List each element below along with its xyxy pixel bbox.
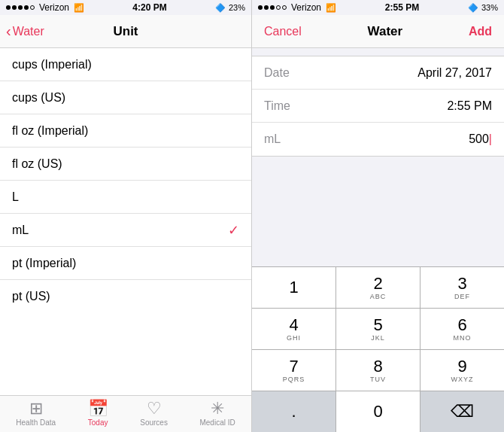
tab-sources[interactable]: ♡ Sources xyxy=(140,400,168,427)
tab-sources-label: Sources xyxy=(140,418,168,427)
key-letters-label: JKL xyxy=(371,334,385,342)
date-value: April 27, 2017 xyxy=(324,66,492,80)
tab-bar: ⊞ Health Data 📅 Today ♡ Sources ✳ Medica… xyxy=(0,395,251,432)
tab-today[interactable]: 📅 Today xyxy=(88,400,108,427)
left-panel: Verizon 📶 4:20 PM 🔷 23% ‹ Water Unit cup… xyxy=(0,0,252,432)
tab-health-data-label: Health Data xyxy=(16,418,56,427)
cancel-button[interactable]: Cancel xyxy=(264,25,302,38)
unit-name: fl oz (Imperial) xyxy=(12,124,88,138)
keypad-row: .0⌫ xyxy=(252,391,504,432)
tab-health-data[interactable]: ⊞ Health Data xyxy=(16,400,56,427)
key-number-label: 1 xyxy=(289,279,298,296)
list-item[interactable]: pt (US) xyxy=(0,280,251,313)
unit-name: cups (US) xyxy=(12,91,65,105)
delete-key[interactable]: ⌫ xyxy=(421,391,504,432)
right-nav-bar: Cancel Water Add xyxy=(252,15,504,48)
right-page-title: Water xyxy=(368,24,403,39)
keypad-area: 12ABC3DEF4GHI5JKL6MNO7PQRS8TUV9WXYZ.0⌫ xyxy=(252,157,504,432)
key-.[interactable]: . xyxy=(252,391,336,432)
key-9[interactable]: 9WXYZ xyxy=(421,350,504,391)
unit-value-text: 500 xyxy=(469,132,489,145)
right-panel: Verizon 📶 2:55 PM 🔷 33% Cancel Water Add… xyxy=(252,0,504,432)
add-button[interactable]: Add xyxy=(469,25,492,38)
date-label: Date xyxy=(264,66,324,80)
right-time: 2:55 PM xyxy=(385,2,419,13)
key-number-label: 7 xyxy=(289,358,298,375)
key-number-label: 8 xyxy=(373,358,382,375)
key-number-label: 9 xyxy=(457,358,466,375)
key-number-label: . xyxy=(291,403,296,420)
right-wifi-icon: 📶 xyxy=(326,3,336,13)
keypad-row: 7PQRS8TUV9WXYZ xyxy=(252,350,504,391)
key-3[interactable]: 3DEF xyxy=(421,267,504,308)
key-6[interactable]: 6MNO xyxy=(421,309,504,349)
key-1[interactable]: 1 xyxy=(252,267,336,308)
bluetooth-icon: 🔷 xyxy=(215,3,226,13)
right-carrier-label: Verizon xyxy=(291,2,321,13)
key-4[interactable]: 4GHI xyxy=(252,309,336,349)
key-8[interactable]: 8TUV xyxy=(336,350,421,391)
keypad-row: 12ABC3DEF xyxy=(252,267,504,309)
key-letters-label: ABC xyxy=(370,293,387,300)
battery-label: 23% xyxy=(229,3,245,12)
unit-name: fl oz (US) xyxy=(12,157,62,171)
tab-medical-id[interactable]: ✳ Medical ID xyxy=(199,400,235,427)
key-number-label: 5 xyxy=(373,317,382,333)
list-item[interactable]: cups (Imperial) xyxy=(0,48,251,81)
key-letters-label: DEF xyxy=(454,293,470,300)
time-value: 2:55 PM xyxy=(324,99,492,113)
tab-today-label: Today xyxy=(88,418,108,427)
left-time: 4:20 PM xyxy=(132,2,166,13)
key-number-label: 2 xyxy=(373,275,382,292)
signal-icon xyxy=(6,5,35,10)
right-status-right: 🔷 33% xyxy=(468,3,498,13)
tab-medical-id-label: Medical ID xyxy=(199,418,235,427)
carrier-label: Verizon xyxy=(39,2,69,13)
sources-icon: ♡ xyxy=(147,400,162,417)
key-0[interactable]: 0 xyxy=(336,391,421,432)
list-item[interactable]: cups (US) xyxy=(0,81,251,114)
left-nav-bar: ‹ Water Unit xyxy=(0,15,251,48)
unit-label: mL xyxy=(264,132,324,146)
unit-name: mL xyxy=(12,224,29,237)
unit-value: 500| xyxy=(324,132,492,146)
unit-name: L xyxy=(12,190,19,204)
right-bluetooth-icon: 🔷 xyxy=(468,3,478,13)
checkmark-icon: ✓ xyxy=(228,222,239,239)
water-form: Date April 27, 2017 Time 2:55 PM mL 500| xyxy=(252,56,504,157)
key-number-label: 0 xyxy=(373,403,382,420)
list-item[interactable]: L xyxy=(0,181,251,214)
chevron-left-icon: ‹ xyxy=(6,23,11,40)
key-letters-label: TUV xyxy=(370,376,386,383)
left-status-right: 🔷 23% xyxy=(215,3,245,13)
back-button[interactable]: ‹ Water xyxy=(6,23,44,40)
unit-name: pt (Imperial) xyxy=(12,257,76,270)
list-item[interactable]: mL✓ xyxy=(0,214,251,247)
list-item[interactable]: pt (Imperial) xyxy=(0,247,251,280)
right-status-left: Verizon 📶 xyxy=(258,2,336,13)
unit-row[interactable]: mL 500| xyxy=(252,123,504,156)
key-letters-label: WXYZ xyxy=(451,376,474,383)
page-title: Unit xyxy=(113,24,138,39)
text-cursor: | xyxy=(489,132,492,145)
time-label: Time xyxy=(264,99,324,113)
right-battery-label: 33% xyxy=(481,3,498,12)
numeric-keypad: 12ABC3DEF4GHI5JKL6MNO7PQRS8TUV9WXYZ.0⌫ xyxy=(252,266,504,432)
list-item[interactable]: fl oz (Imperial) xyxy=(0,114,251,148)
health-data-icon: ⊞ xyxy=(29,400,43,417)
keypad-spacer xyxy=(252,157,504,266)
key-letters-label: MNO xyxy=(454,334,472,342)
key-letters-label: PQRS xyxy=(283,376,305,383)
back-label: Water xyxy=(13,25,44,38)
time-row: Time 2:55 PM xyxy=(252,90,504,123)
right-signal-icon xyxy=(258,5,287,10)
key-number-label: ⌫ xyxy=(451,403,474,420)
medical-id-icon: ✳ xyxy=(211,400,224,417)
wifi-icon: 📶 xyxy=(74,3,84,13)
key-2[interactable]: 2ABC xyxy=(336,267,421,308)
key-5[interactable]: 5JKL xyxy=(336,309,421,349)
right-status-bar: Verizon 📶 2:55 PM 🔷 33% xyxy=(252,0,504,15)
key-7[interactable]: 7PQRS xyxy=(252,350,336,391)
list-item[interactable]: fl oz (US) xyxy=(0,148,251,181)
left-status-bar: Verizon 📶 4:20 PM 🔷 23% xyxy=(0,0,251,15)
